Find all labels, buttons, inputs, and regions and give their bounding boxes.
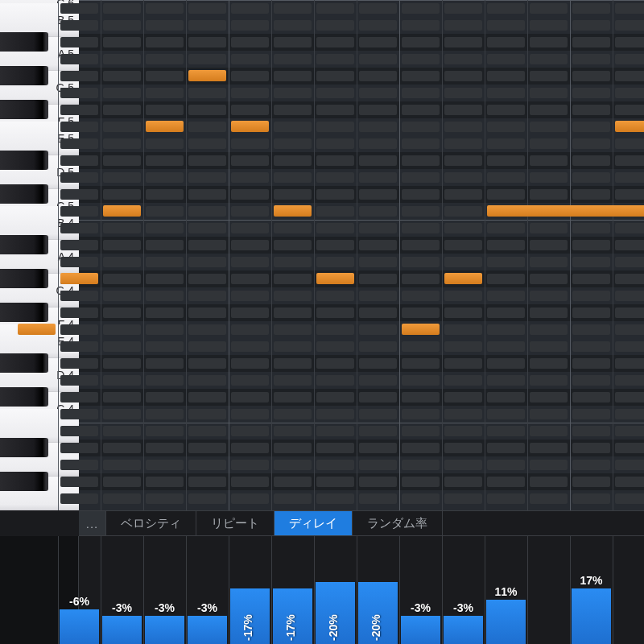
grid-cell[interactable] [444, 138, 482, 149]
grid-cell[interactable] [316, 308, 354, 318]
grid-cell[interactable] [530, 477, 568, 487]
grid-cell[interactable] [530, 37, 568, 47]
grid-cell[interactable] [231, 189, 269, 200]
lane-grid[interactable]: -6%-3%-3%-3%-17%-17%-20%-20%-3%-3%11%17% [79, 536, 644, 644]
grid-cell[interactable] [274, 460, 312, 470]
tab-3[interactable]: ランダム率 [353, 511, 443, 535]
midi-note[interactable] [60, 273, 98, 284]
grid-cell[interactable] [188, 308, 226, 318]
grid-cell[interactable] [60, 20, 98, 31]
grid-cell[interactable] [615, 223, 644, 233]
grid-cell[interactable] [274, 324, 312, 335]
grid-cell[interactable] [103, 477, 141, 487]
grid-cell[interactable] [316, 409, 354, 419]
grid-cell[interactable] [316, 122, 354, 132]
grid-cell[interactable] [615, 274, 644, 284]
grid-cell[interactable] [103, 308, 141, 318]
lane-step[interactable]: -17% [229, 536, 271, 644]
grid-cell[interactable] [274, 240, 312, 250]
black-key[interactable] [0, 269, 48, 288]
grid-cell[interactable] [316, 3, 354, 14]
grid-cell[interactable] [359, 392, 397, 402]
grid-cell[interactable] [530, 3, 568, 14]
grid-cell[interactable] [444, 392, 482, 402]
grid-cell[interactable] [402, 223, 440, 233]
grid-cell[interactable] [572, 409, 610, 419]
grid-cell[interactable] [60, 392, 98, 402]
grid-cell[interactable] [572, 189, 610, 200]
grid-cell[interactable] [60, 358, 98, 369]
grid-cell[interactable] [487, 341, 525, 352]
grid-cell[interactable] [103, 274, 141, 284]
grid-cell[interactable] [572, 443, 610, 453]
grid-cell[interactable] [146, 105, 184, 115]
lane-step[interactable]: -3% [186, 536, 229, 644]
grid-cell[interactable] [146, 460, 184, 470]
grid-cell[interactable] [231, 105, 269, 115]
grid-cell[interactable] [487, 308, 525, 318]
grid-cell[interactable] [615, 375, 644, 386]
grid-cell[interactable] [615, 240, 644, 250]
grid-cell[interactable] [316, 240, 354, 250]
grid-cell[interactable] [146, 341, 184, 352]
grid-cell[interactable] [444, 37, 482, 47]
midi-note[interactable] [444, 273, 482, 284]
grid-cell[interactable] [188, 189, 226, 200]
grid-cell[interactable] [60, 3, 98, 14]
grid-cell[interactable] [146, 54, 184, 64]
grid-cell[interactable] [487, 37, 525, 47]
grid-cell[interactable] [103, 20, 141, 31]
grid-cell[interactable] [188, 341, 226, 352]
grid-cell[interactable] [572, 122, 610, 132]
grid-cell[interactable] [444, 409, 482, 419]
grid-cell[interactable] [444, 426, 482, 436]
grid-cell[interactable] [402, 37, 440, 47]
grid-cell[interactable] [274, 3, 312, 14]
grid-cell[interactable] [231, 3, 269, 14]
grid-cell[interactable] [402, 392, 440, 402]
grid-cell[interactable] [188, 138, 226, 149]
grid-cell[interactable] [60, 172, 98, 183]
grid-cell[interactable] [572, 291, 610, 301]
grid-cell[interactable] [231, 308, 269, 318]
grid-cell[interactable] [402, 155, 440, 166]
grid-cell[interactable] [274, 308, 312, 318]
grid-cell[interactable] [60, 460, 98, 470]
grid-cell[interactable] [60, 88, 98, 98]
grid-cell[interactable] [146, 240, 184, 250]
grid-cell[interactable] [103, 375, 141, 386]
grid-cell[interactable] [188, 155, 226, 166]
grid-cell[interactable] [615, 54, 644, 64]
grid-cell[interactable] [487, 493, 525, 504]
grid-cell[interactable] [487, 3, 525, 14]
grid-cell[interactable] [359, 223, 397, 233]
grid-cell[interactable] [572, 426, 610, 436]
grid-cell[interactable] [188, 88, 226, 98]
grid-cell[interactable] [572, 138, 610, 149]
grid-cell[interactable] [316, 138, 354, 149]
grid-cell[interactable] [60, 155, 98, 166]
grid-cell[interactable] [402, 341, 440, 352]
grid-cell[interactable] [530, 341, 568, 352]
grid-cell[interactable] [572, 172, 610, 183]
grid-cell[interactable] [103, 324, 141, 335]
grid-cell[interactable] [359, 240, 397, 250]
grid-cell[interactable] [316, 71, 354, 81]
grid-cell[interactable] [402, 477, 440, 487]
grid-cell[interactable] [530, 358, 568, 369]
grid-cell[interactable] [188, 105, 226, 115]
grid-cell[interactable] [146, 392, 184, 402]
grid-cell[interactable] [316, 206, 354, 217]
grid-cell[interactable] [359, 274, 397, 284]
grid-cell[interactable] [530, 71, 568, 81]
tab-2[interactable]: ディレイ [275, 511, 353, 535]
grid-cell[interactable] [60, 206, 98, 217]
grid-cell[interactable] [231, 206, 269, 217]
midi-note[interactable] [103, 205, 141, 217]
midi-note[interactable] [146, 121, 184, 132]
grid-cell[interactable] [274, 37, 312, 47]
grid-cell[interactable] [316, 172, 354, 183]
grid-cell[interactable] [359, 206, 397, 217]
grid-cell[interactable] [615, 155, 644, 166]
grid-cell[interactable] [60, 189, 98, 200]
